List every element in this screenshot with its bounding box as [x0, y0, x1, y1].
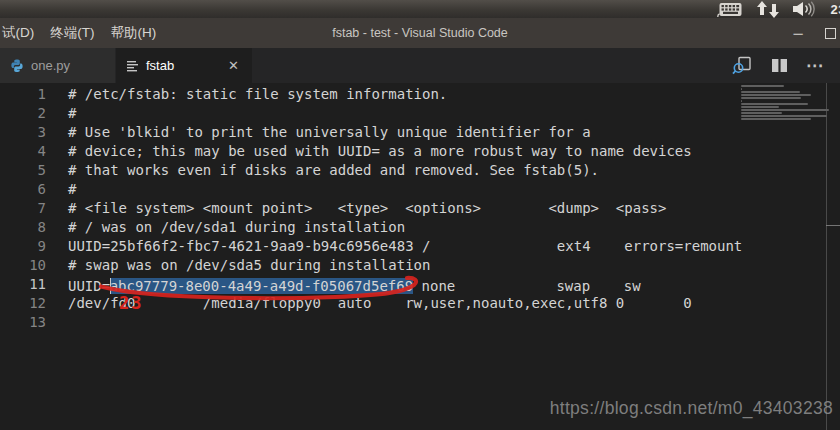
scrollbar-mark — [826, 225, 840, 226]
minimap-line — [741, 109, 829, 111]
line-text: # device; this may be used with UUID= as… — [68, 142, 692, 161]
code-line[interactable]: 11UUID=abc97779-8e00-4a49-a49d-f05067d5e… — [0, 275, 744, 294]
menu-help[interactable]: 帮助(H) — [111, 24, 157, 42]
line-number: 3 — [0, 123, 46, 142]
line-text: /dev/fd0 /media/floppy0 auto rw,user,noa… — [68, 294, 692, 313]
code-line[interactable]: 2# — [0, 104, 744, 123]
minimap[interactable] — [741, 85, 833, 124]
vscode-window: 23 试(D) 终端(T) 帮助(H) fstab - test - Visua… — [0, 0, 840, 430]
minimap-line — [741, 94, 811, 96]
code-line[interactable]: 5# that works even if disks are added an… — [0, 161, 744, 180]
line-text: # Use 'blkid' to print the universally u… — [68, 123, 591, 142]
line-number: 13 — [0, 313, 46, 332]
open-preview-icon[interactable] — [732, 56, 753, 75]
minimap-line — [741, 112, 782, 114]
line-number: 11 — [0, 275, 46, 294]
minimap-line — [741, 115, 827, 117]
system-top-panel: 23 — [0, 0, 840, 18]
tab-label: one.py — [31, 58, 70, 73]
network-updown-icon[interactable] — [757, 1, 779, 18]
split-editor-icon[interactable] — [771, 58, 788, 73]
scrollbar-track-line — [826, 83, 827, 430]
editor-actions: ⋯ — [732, 48, 840, 83]
minimap-line — [741, 118, 811, 120]
code-line[interactable]: 8# / was on /dev/sda1 during installatio… — [0, 218, 744, 237]
close-tab-icon[interactable]: ✕ — [225, 58, 242, 73]
minimap-line — [741, 91, 800, 93]
selected-text: abc97779-8e00-4a49-a49d-f05067d5ef69 — [110, 278, 413, 294]
minimap-line — [741, 88, 742, 90]
window-controls: ─ — [785, 18, 840, 48]
line-number: 6 — [0, 180, 46, 199]
line-text: # /etc/fstab: static file system informa… — [68, 85, 447, 104]
minimize-button[interactable]: ─ — [785, 26, 811, 41]
tab-one-py[interactable]: one.py — [0, 48, 116, 83]
minimap-line — [741, 103, 808, 105]
code-area[interactable]: 1# /etc/fstab: static file system inform… — [0, 85, 744, 430]
line-text: # — [68, 104, 76, 123]
line-number: 2 — [0, 104, 46, 123]
menu-bar: 试(D) 终端(T) 帮助(H) — [2, 24, 156, 42]
line-number: 8 — [0, 218, 46, 237]
titlebar: 试(D) 终端(T) 帮助(H) fstab - test - Visual S… — [0, 18, 840, 48]
code-line[interactable]: 10# swap was on /dev/sda5 during install… — [0, 256, 744, 275]
minimap-line — [741, 97, 801, 99]
editor-pane: 1# /etc/fstab: static file system inform… — [0, 83, 840, 430]
red-annotation-label: 23 — [119, 293, 143, 313]
minimap-line — [741, 100, 742, 102]
list-icon — [126, 59, 139, 72]
line-number: 5 — [0, 161, 46, 180]
line-number: 7 — [0, 199, 46, 218]
line-number: 10 — [0, 256, 46, 275]
window-title: fstab - test - Visual Studio Code — [332, 26, 508, 40]
line-number: 4 — [0, 142, 46, 161]
code-line[interactable]: 1# /etc/fstab: static file system inform… — [0, 85, 744, 104]
line-number: 12 — [0, 294, 46, 313]
text-cursor — [110, 278, 111, 294]
line-text: # swap was on /dev/sda5 during installat… — [68, 256, 430, 275]
line-text: # / was on /dev/sda1 during installation — [68, 218, 405, 237]
keyboard-icon[interactable] — [717, 1, 743, 18]
line-number: 1 — [0, 85, 46, 104]
panel-clock[interactable]: 23 — [831, 2, 840, 17]
code-line[interactable]: 12/dev/fd0 /media/floppy0 auto rw,user,n… — [0, 294, 744, 313]
python-icon — [10, 59, 24, 73]
line-text: # <file system> <mount point> <type> <op… — [68, 199, 666, 218]
more-actions-icon[interactable]: ⋯ — [806, 61, 824, 71]
tab-fstab[interactable]: fstab ✕ — [116, 48, 252, 83]
menu-terminal[interactable]: 终端(T) — [50, 24, 94, 42]
tab-bar: one.py fstab ✕ — [0, 48, 840, 83]
line-text: UUID=25bf66f2-fbc7-4621-9aa9-b94c6956e48… — [68, 237, 744, 256]
minimap-line — [741, 106, 779, 108]
code-line[interactable]: 13 — [0, 313, 744, 332]
maximize-button[interactable] — [825, 28, 836, 39]
tab-label: fstab — [146, 58, 174, 73]
line-text: # — [68, 180, 76, 199]
line-number: 9 — [0, 237, 46, 256]
code-line[interactable]: 9UUID=25bf66f2-fbc7-4621-9aa9-b94c6956e4… — [0, 237, 744, 256]
menu-debug[interactable]: 试(D) — [2, 24, 34, 42]
minimap-line — [741, 85, 784, 87]
volume-icon[interactable] — [793, 1, 817, 17]
code-line[interactable]: 3# Use 'blkid' to print the universally … — [0, 123, 744, 142]
code-line[interactable]: 6# — [0, 180, 744, 199]
watermark-url: https://blog.csdn.net/m0_43403238 — [550, 398, 833, 419]
code-line[interactable]: 7# <file system> <mount point> <type> <o… — [0, 199, 744, 218]
line-text: # that works even if disks are added and… — [68, 161, 599, 180]
code-line[interactable]: 4# device; this may be used with UUID= a… — [0, 142, 744, 161]
line-text: UUID=abc97779-8e00-4a49-a49d-f05067d5ef6… — [68, 275, 744, 294]
